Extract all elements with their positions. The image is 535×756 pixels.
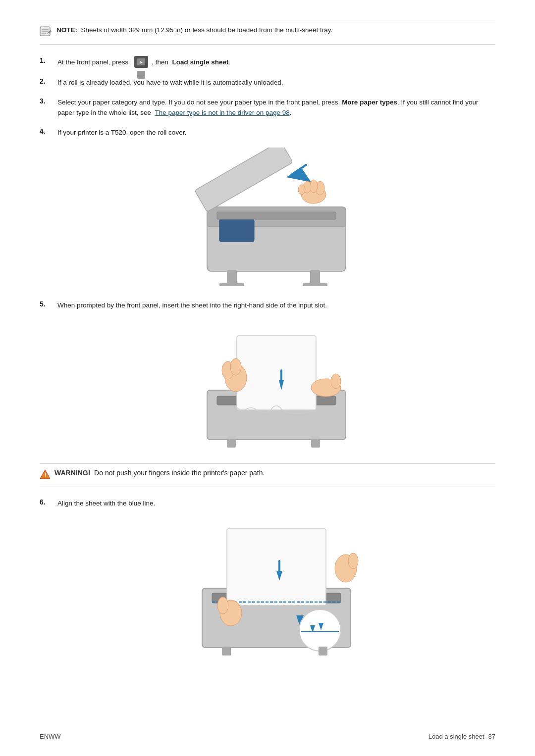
step-1-content: At the front panel, press , then Load si… [57, 56, 495, 68]
sheet-insert-svg [192, 321, 361, 450]
paper-type-link[interactable]: The paper type is not in the driver on p… [155, 109, 289, 116]
warning-text: WARNING! Do not push your fingers inside… [54, 469, 265, 477]
note-content: Sheets of width 329 mm (12.95 in) or les… [81, 26, 333, 34]
sheet-insert-image [57, 321, 495, 450]
svg-rect-40 [227, 529, 326, 605]
svg-point-50 [217, 597, 228, 614]
svg-point-31 [230, 358, 241, 375]
step-5: 5. When prompted by the front panel, ins… [40, 300, 495, 311]
step-2: 2. If a roll is already loaded, you have… [40, 77, 495, 88]
sheet-align-svg [192, 519, 361, 657]
svg-rect-35 [311, 439, 320, 448]
svg-point-45 [299, 609, 341, 651]
footer: ENWW Load a single sheet 37 [40, 733, 495, 740]
note-icon [40, 26, 53, 39]
svg-point-33 [331, 374, 341, 389]
step-5-content: When prompted by the front panel, insert… [57, 300, 495, 311]
svg-rect-55 [222, 647, 231, 655]
panel-button-icon [134, 56, 148, 68]
note-label: NOTE: [56, 26, 77, 34]
step-1-text-after: , then [152, 58, 168, 66]
step-2-content: If a roll is already loaded, you have to… [57, 77, 495, 88]
note-text: NOTE: Sheets of width 329 mm (12.95 in) … [56, 25, 332, 35]
step-3-content: Select your paper category and type. If … [57, 97, 495, 118]
footer-page-label: Load a single sheet [428, 733, 484, 740]
footer-page-number: 37 [488, 733, 495, 740]
step-6: 6. Align the sheet with the blue line. [40, 498, 495, 509]
svg-rect-18 [219, 219, 254, 242]
step-6-number: 6. [40, 498, 57, 506]
svg-rect-10 [195, 148, 293, 212]
step-6-content: Align the sheet with the blue line. [57, 498, 495, 509]
warning-box: ! WARNING! Do not push your fingers insi… [40, 463, 495, 487]
svg-text:!: ! [45, 472, 47, 479]
step-3-bold: More paper types [342, 99, 397, 106]
step-4: 4. If your printer is a T520, open the r… [40, 127, 495, 138]
warning-content: Do not push your fingers inside the prin… [94, 469, 265, 477]
step-4-content: If your printer is a T520, open the roll… [57, 127, 495, 138]
step-4-number: 4. [40, 127, 57, 135]
svg-rect-21 [310, 270, 320, 284]
step-1-number: 1. [40, 56, 57, 64]
step-3: 3. Select your paper category and type. … [40, 97, 495, 118]
svg-rect-26 [237, 336, 316, 410]
roll-cover-image [57, 148, 495, 286]
step-3-text-before: Select your paper category and type. If … [57, 99, 338, 106]
step-1-bold: Load single sheet [172, 58, 228, 66]
step-2-number: 2. [40, 77, 57, 85]
svg-rect-23 [303, 283, 327, 286]
footer-left: ENWW [40, 733, 61, 740]
note-box: NOTE: Sheets of width 329 mm (12.95 in) … [40, 20, 495, 45]
warning-label: WARNING! [54, 469, 90, 477]
roll-cover-illustration-container [40, 148, 495, 286]
svg-rect-20 [227, 270, 237, 284]
warning-icon: ! [40, 469, 51, 482]
svg-point-52 [348, 553, 358, 569]
page: NOTE: Sheets of width 329 mm (12.95 in) … [0, 0, 535, 756]
footer-right: Load a single sheet 37 [428, 733, 495, 740]
svg-rect-19 [217, 212, 336, 219]
svg-point-17 [298, 185, 305, 195]
svg-rect-56 [319, 647, 327, 655]
roll-cover-svg [192, 148, 361, 286]
step-1-text-before: At the front panel, press [57, 58, 128, 66]
step-1: 1. At the front panel, press , then Load… [40, 56, 495, 68]
step-3-number: 3. [40, 97, 57, 105]
steps-list: 1. At the front panel, press , then Load… [40, 56, 495, 450]
sheet-insert-illustration-container [40, 321, 495, 450]
step-5-number: 5. [40, 300, 57, 308]
sheet-align-image [57, 519, 495, 657]
svg-rect-34 [227, 439, 236, 448]
svg-rect-22 [219, 283, 244, 286]
